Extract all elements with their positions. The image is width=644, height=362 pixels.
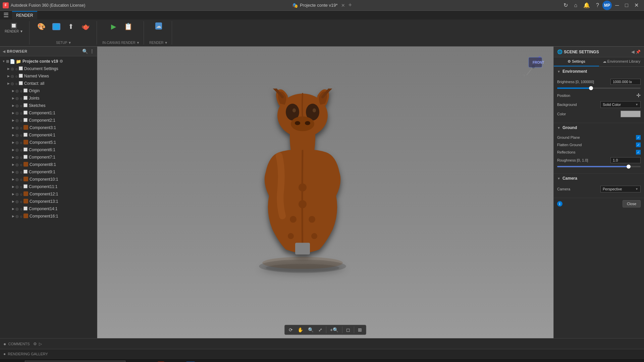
help-btn[interactable]: ? bbox=[593, 1, 602, 10]
viewport[interactable]: Z R T FRONT ⟳ ✋ 🔍 ⤢ +🔍 bbox=[97, 47, 553, 338]
minimize-btn[interactable]: ─ bbox=[612, 1, 622, 10]
tree-item-arrow[interactable]: ▶ bbox=[11, 111, 15, 115]
refresh-btn[interactable]: ↻ bbox=[561, 1, 571, 10]
rendering-gallery-bar[interactable]: ● RENDERING GALLERY bbox=[0, 349, 644, 358]
visibility-icon[interactable]: ◎ bbox=[15, 214, 19, 219]
visibility-icon[interactable]: ◎ bbox=[11, 81, 14, 86]
appearance-btn[interactable]: 🎨 bbox=[35, 21, 48, 33]
tab-environment-library[interactable]: ☁ Environment Library bbox=[599, 57, 644, 66]
sidebar-expand-btn[interactable]: ⋮ bbox=[90, 49, 95, 54]
light-icon[interactable]: ☼ bbox=[19, 96, 23, 100]
pan-btn[interactable]: ✋ bbox=[296, 326, 305, 334]
roughness-slider[interactable] bbox=[557, 166, 641, 167]
tree-item-arrow[interactable]: ▶ bbox=[6, 81, 11, 86]
light-icon[interactable]: ☼ bbox=[19, 170, 23, 174]
tree-item[interactable]: ▶ ◎ ☼ Origin bbox=[0, 87, 97, 95]
light-icon[interactable]: ☼ bbox=[19, 199, 23, 203]
tree-item-arrow[interactable]: ▶ bbox=[11, 192, 15, 196]
display-mode-btn[interactable]: ◻ bbox=[344, 326, 352, 334]
scene-settings-btn[interactable]: 🌐 bbox=[50, 22, 63, 32]
tree-item-arrow[interactable]: ▶ bbox=[11, 177, 15, 182]
visibility-icon[interactable]: ◎ bbox=[15, 148, 19, 152]
tree-item[interactable]: ▶ ◎ ☼ Component6:1 bbox=[0, 146, 97, 154]
taskbar-app-photoshop[interactable]: Ps bbox=[198, 359, 213, 362]
maximize-btn[interactable]: □ bbox=[622, 1, 631, 10]
in-canvas-play-btn[interactable]: ▶ bbox=[107, 21, 120, 33]
tree-item[interactable]: ▶ ◎ ☼ Component7:1 bbox=[0, 154, 97, 161]
tab-render[interactable]: RENDER bbox=[12, 11, 37, 19]
light-icon[interactable]: ☼ bbox=[15, 67, 18, 71]
tree-item[interactable]: ▶ ◎ ☼ Named Views bbox=[0, 72, 97, 80]
visibility-icon[interactable]: ◎ bbox=[15, 96, 19, 101]
physical-material-btn[interactable]: 🫖 bbox=[79, 21, 93, 33]
visibility-icon[interactable]: ◎ bbox=[15, 185, 19, 189]
tree-item[interactable]: ▶ ◎ ☼ Component4:1 bbox=[0, 131, 97, 139]
tree-item-arrow[interactable]: ▶ bbox=[11, 162, 15, 167]
light-icon[interactable]: ☼ bbox=[19, 126, 23, 130]
taskbar-app-explorer[interactable]: 📁 bbox=[139, 359, 154, 362]
tree-item[interactable]: ▶ ◎ ☼ Component11:1 bbox=[0, 183, 97, 190]
visibility-icon[interactable]: ◎ bbox=[15, 207, 19, 211]
tree-item-arrow[interactable]: ▶ bbox=[11, 214, 15, 219]
sidebar-collapse-btn[interactable]: ◀ bbox=[3, 50, 6, 53]
environment-section-header[interactable]: ▼ Environment bbox=[554, 67, 644, 76]
reflections-checkbox[interactable] bbox=[636, 150, 641, 155]
camera-section-header[interactable]: ▼ Camera bbox=[554, 174, 644, 183]
visibility-icon[interactable]: ◎ bbox=[15, 111, 19, 115]
user-avatar[interactable]: MP bbox=[602, 1, 612, 10]
brightness-slider[interactable] bbox=[557, 87, 641, 89]
tree-item-arrow[interactable]: ▶ bbox=[11, 199, 15, 204]
camera-dropdown[interactable]: Perspective ▼ bbox=[600, 186, 641, 192]
tree-item[interactable]: ▶ ◎ ☼ Document Settings bbox=[0, 65, 97, 72]
in-canvas-settings-btn[interactable]: 📋 bbox=[122, 21, 135, 33]
tree-item-arrow[interactable]: ▶ bbox=[11, 125, 15, 130]
taskbar-app-l[interactable]: L bbox=[154, 359, 168, 362]
taskbar-app-chrome[interactable]: 🌐 bbox=[168, 359, 183, 362]
taskbar-app-fusion[interactable]: F bbox=[213, 359, 227, 362]
visibility-icon[interactable]: ◎ bbox=[11, 67, 14, 71]
taskbar-app-word[interactable]: W bbox=[183, 359, 198, 362]
tab-settings[interactable]: ⚙ Settings bbox=[554, 57, 599, 66]
visibility-icon[interactable]: ◎ bbox=[15, 104, 19, 108]
light-icon[interactable]: ☼ bbox=[19, 155, 23, 159]
brightness-input[interactable] bbox=[610, 79, 641, 85]
close-panel-btn[interactable]: Close bbox=[623, 200, 641, 207]
flatten-ground-checkbox[interactable] bbox=[636, 142, 641, 147]
info-icon[interactable]: i bbox=[557, 201, 562, 206]
roughness-input[interactable] bbox=[610, 157, 641, 163]
light-icon[interactable]: ☼ bbox=[19, 104, 23, 108]
light-icon[interactable]: ☼ bbox=[19, 111, 23, 115]
sidebar-search-btn[interactable]: 🔍 bbox=[82, 49, 88, 54]
home-btn[interactable]: ⌂ bbox=[571, 1, 580, 10]
tree-item-arrow[interactable]: ▶ bbox=[11, 206, 15, 211]
light-icon[interactable]: ☼ bbox=[19, 89, 23, 93]
light-icon[interactable]: ☼ bbox=[19, 163, 23, 167]
import-export-btn[interactable]: ⬆ bbox=[64, 21, 78, 33]
tree-item[interactable]: ▶ ◎ ☼ Component10:1 bbox=[0, 176, 97, 183]
fit-btn[interactable]: ⤢ bbox=[316, 326, 324, 334]
light-icon[interactable]: ☼ bbox=[19, 207, 23, 211]
light-icon[interactable]: ☼ bbox=[15, 81, 18, 85]
light-icon[interactable]: ☼ bbox=[19, 148, 23, 152]
tree-item-arrow[interactable]: ▶ bbox=[11, 170, 15, 174]
tree-item-arrow[interactable]: ▶ bbox=[11, 103, 15, 108]
tree-item-arrow[interactable]: ▶ bbox=[11, 147, 15, 152]
tree-item[interactable]: ▶ ◎ ☼ Sketches bbox=[0, 102, 97, 109]
tree-item-arrow[interactable]: ▶ bbox=[11, 133, 15, 137]
visibility-icon[interactable]: ◎ bbox=[15, 163, 19, 167]
tree-item[interactable]: ▶ ◎ ☼ Component14:1 bbox=[0, 205, 97, 213]
tree-item-arrow[interactable]: ▶ bbox=[11, 155, 15, 160]
light-icon[interactable]: ☼ bbox=[19, 214, 23, 218]
visibility-icon[interactable]: ◎ bbox=[15, 170, 19, 174]
tree-item-arrow[interactable]: ▶ bbox=[11, 118, 15, 123]
zoom-in-btn[interactable]: +🔍 bbox=[328, 326, 340, 334]
visibility-icon[interactable]: ◎ bbox=[15, 89, 19, 93]
light-icon[interactable]: ☼ bbox=[19, 192, 23, 196]
zoom-btn[interactable]: 🔍 bbox=[306, 326, 316, 334]
tree-item-arrow[interactable]: ▶ bbox=[6, 66, 11, 71]
orbit-btn[interactable]: ⟳ bbox=[287, 326, 295, 334]
root-settings-btn[interactable]: ⚙ bbox=[59, 59, 63, 64]
visibility-icon[interactable]: ◎ bbox=[15, 155, 19, 160]
visibility-icon[interactable]: ◎ bbox=[11, 74, 14, 78]
tree-item[interactable]: ▶ ◎ ☼ Component3:1 bbox=[0, 124, 97, 131]
